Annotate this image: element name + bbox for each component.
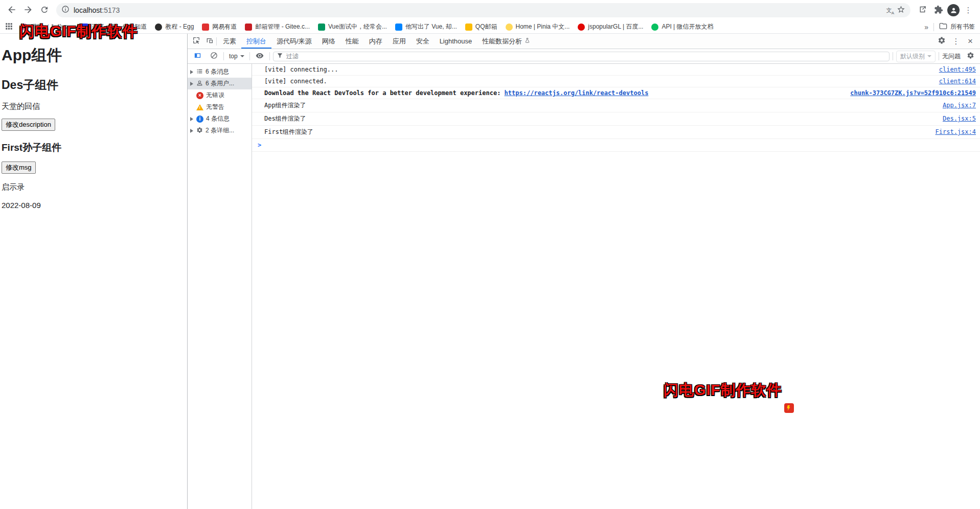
bookmark-favicon <box>81 24 88 31</box>
console-message: App组件渲染了 App.jsx:7 <box>252 99 980 112</box>
browser-menu-button[interactable]: ⋮ <box>961 3 976 18</box>
console-settings-button[interactable] <box>964 50 977 62</box>
tab-sources[interactable]: 源代码/来源 <box>271 34 317 49</box>
clear-console-button[interactable] <box>207 50 220 62</box>
expander-icon[interactable] <box>190 129 193 133</box>
live-expression-button[interactable] <box>253 50 266 62</box>
execution-context-select[interactable]: top <box>227 52 246 61</box>
bookmark-item[interactable]: jspopularGL | 百度... <box>578 22 643 31</box>
devtools-close-button[interactable]: × <box>964 35 977 48</box>
inspect-element-button[interactable] <box>190 35 203 48</box>
expander-icon[interactable] <box>190 70 193 74</box>
device-toolbar-icon <box>206 36 214 46</box>
source-link[interactable]: client:614 <box>939 78 976 85</box>
source-link[interactable]: chunk-373CG7ZK.js?v=52f910c6:21549 <box>850 89 976 97</box>
sidebar-item-info[interactable]: i 4 条信息 <box>188 113 252 125</box>
translate-icon[interactable]: 文A <box>884 7 894 14</box>
modify-msg-button[interactable]: 修改msg <box>2 161 36 174</box>
tab-memory[interactable]: 内存 <box>364 34 388 49</box>
context-label: top <box>229 53 238 60</box>
source-link[interactable]: First.jsx:4 <box>936 128 976 135</box>
console-message: First组件渲染了 First.jsx:4 <box>252 126 980 139</box>
url-host: localhost <box>74 6 102 14</box>
kebab-icon: ⋮ <box>952 37 960 46</box>
message-text: Des组件渲染了 <box>264 114 936 123</box>
source-link[interactable]: client:495 <box>939 66 976 73</box>
bookmark-label: 百度一下，你就知道 <box>92 22 147 31</box>
warning-icon <box>196 104 203 110</box>
sidebar-item-user-messages[interactable]: 6 条用户... <box>188 78 252 89</box>
bookmark-item[interactable]: QQ邮箱 <box>465 22 497 31</box>
sidebar-item-errors[interactable]: × 无错误 <box>188 89 252 101</box>
message-text: [vite] connecting... <box>264 66 932 73</box>
devtools-menu-button[interactable]: ⋮ <box>949 35 963 48</box>
sidebar-item-warnings[interactable]: 无警告 <box>188 101 252 113</box>
back-button[interactable] <box>4 3 19 18</box>
forward-button[interactable] <box>20 3 36 18</box>
bookmark-favicon <box>202 24 209 31</box>
issues-counter[interactable]: 无问题 <box>942 52 961 61</box>
tab-console[interactable]: 控制台 <box>241 34 271 49</box>
expander-icon[interactable] <box>190 82 193 86</box>
bookmark-item[interactable]: API | 微信开放文档 <box>651 22 713 31</box>
tab-network[interactable]: 网络 <box>317 34 340 49</box>
console-filter-box[interactable] <box>273 52 890 61</box>
bookmark-favicon <box>395 24 402 31</box>
modify-description-button[interactable]: 修改description <box>2 119 55 131</box>
console-sidebar-toggle-button[interactable] <box>191 50 204 62</box>
console-body: 6 条消息 6 条用户... × 无错误 <box>188 64 980 509</box>
bookmark-favicon <box>155 24 162 31</box>
log-level-select[interactable]: 默认级别 <box>896 51 936 62</box>
message-text-part: Download the React DevTools for a better… <box>264 89 505 97</box>
tab-security[interactable]: 安全 <box>411 34 435 49</box>
bookmark-star-icon[interactable] <box>897 5 905 16</box>
console-message: Download the React DevTools for a better… <box>252 87 980 99</box>
forward-icon <box>23 5 33 16</box>
reload-button[interactable] <box>37 3 52 18</box>
bookmark-item[interactable]: 百度一下，你就知道 <box>81 22 147 31</box>
apps-grid-icon[interactable] <box>5 22 13 32</box>
tab-elements[interactable]: 元素 <box>218 34 241 49</box>
tab-lighthouse[interactable]: Lighthouse <box>435 34 477 49</box>
share-button[interactable] <box>915 3 930 18</box>
bookmarks-bar: 哔哩（ *- *)つ... 百度一下，你就知道 教程 - Egg 网易有道 邮箱… <box>0 20 980 34</box>
sidebar-item-label: 6 条用户... <box>206 79 234 88</box>
expander-icon[interactable] <box>190 117 193 121</box>
bookmark-item[interactable]: 网易有道 <box>202 22 237 31</box>
bookmarks-overflow-chevron[interactable]: » <box>924 23 928 31</box>
message-url-link[interactable]: https://reactjs.org/link/react-devtools <box>505 89 649 97</box>
bookmark-item[interactable]: Home | Pinia 中文... <box>506 22 570 31</box>
tab-performance-insights[interactable]: 性能数据分析 <box>477 34 535 49</box>
profile-avatar[interactable] <box>947 4 960 16</box>
devtools-tabbar: 元素 控制台 源代码/来源 网络 性能 内存 应用 安全 Lighthouse … <box>188 34 980 49</box>
sidebar-item-verbose[interactable]: 2 条详细... <box>188 125 252 136</box>
address-bar[interactable]: localhost:5173 文A <box>56 3 910 17</box>
device-toolbar-button[interactable] <box>203 35 216 48</box>
tab-application[interactable]: 应用 <box>388 34 411 49</box>
bookmark-label: Vue面试中，经常会... <box>328 22 387 31</box>
sidebar-item-all-messages[interactable]: 6 条消息 <box>188 66 252 78</box>
source-link[interactable]: App.jsx:7 <box>943 102 976 109</box>
bookmark-item[interactable]: 他写出了 Vue, 却... <box>395 22 457 31</box>
sidebar-item-label: 4 条信息 <box>206 114 230 123</box>
first-text: 启示录 <box>2 182 183 192</box>
bookmark-item[interactable]: 哔哩（ *- *)つ... <box>21 22 73 31</box>
source-link[interactable]: Des.jsx:5 <box>943 115 976 122</box>
bookmark-item[interactable]: 邮箱管理 - Gitee.c... <box>245 22 310 31</box>
bookmark-label: Home | Pinia 中文... <box>516 22 570 31</box>
console-filter-input[interactable] <box>286 53 886 60</box>
extensions-button[interactable] <box>931 3 946 18</box>
app-title: App组件 <box>2 45 183 66</box>
site-info-icon[interactable] <box>61 5 70 15</box>
bookmark-label: 教程 - Egg <box>165 22 194 31</box>
bookmark-label: 哔哩（ *- *)つ... <box>31 22 73 31</box>
bookmark-label: 他写出了 Vue, 却... <box>405 22 457 31</box>
bookmark-item[interactable]: 教程 - Egg <box>155 22 194 31</box>
devtools-settings-button[interactable] <box>935 35 948 48</box>
tab-performance[interactable]: 性能 <box>340 34 364 49</box>
verbose-gear-icon <box>196 127 203 135</box>
all-bookmarks-button[interactable]: 所有书签 <box>939 22 975 32</box>
console-prompt[interactable]: > <box>252 139 980 152</box>
bookmark-item[interactable]: Vue面试中，经常会... <box>318 22 387 31</box>
inspect-cursor-icon <box>192 36 200 46</box>
